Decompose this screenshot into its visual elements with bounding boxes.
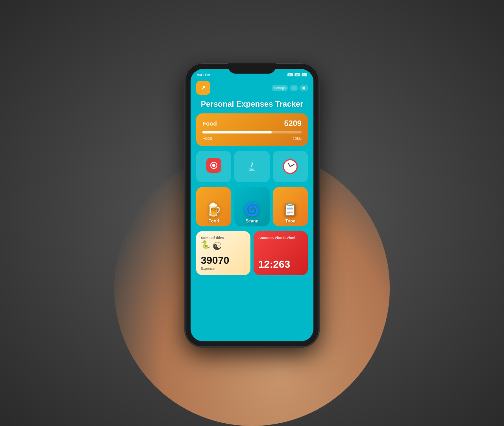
progress-footer-right: Total <box>293 136 302 141</box>
amount-card-title: Amounts Vitoria Vioni <box>258 236 303 240</box>
progress-card[interactable]: Food 5209 Food Total <box>196 113 308 146</box>
progress-track <box>202 131 302 133</box>
header-actions: Settings ⊕ ▣ <box>272 85 308 91</box>
target-icon <box>206 158 221 173</box>
scan-icon: 🌀 <box>244 202 260 217</box>
scan-app-card[interactable]: 🌀 Scann <box>234 187 269 226</box>
scan-card-label: Scann <box>245 219 258 223</box>
stat-card-target[interactable] <box>196 151 231 182</box>
apps-grid: 🍺 Food 🌀 Scann 📋 Tooa <box>196 187 308 226</box>
tools-icon: 📋 <box>282 202 298 217</box>
stat-card-count[interactable]: 7 391 <box>234 151 269 182</box>
expand-button[interactable]: ⊕ <box>290 85 298 91</box>
progress-footer-left: Food <box>202 136 212 141</box>
food-card-label: Food <box>208 219 219 223</box>
misc-card-icons: 🐍 ☯ <box>201 240 246 253</box>
wifi-icon: W <box>295 73 300 76</box>
bottom-row: Some of titles 🐍 ☯ 39070 Expense Amounts… <box>196 231 308 275</box>
clock-icon <box>283 159 298 174</box>
svg-point-1 <box>212 164 215 167</box>
app-logo[interactable] <box>196 81 210 95</box>
clock-hand-minute <box>290 164 295 167</box>
misc-card-value: 39070 <box>201 254 246 267</box>
status-time: 9:41 PM <box>197 73 210 77</box>
misc-card-title: Some of titles <box>201 236 246 240</box>
food-app-card[interactable]: 🍺 Food <box>196 187 231 226</box>
progress-fill <box>202 131 272 133</box>
misc-bottom-card[interactable]: Some of titles 🐍 ☯ 39070 Expense <box>196 231 250 275</box>
app-header: Settings ⊕ ▣ <box>191 78 313 98</box>
stats-grid: 7 391 <box>196 151 308 182</box>
battery-icon: B <box>302 73 307 76</box>
settings-button[interactable]: Settings <box>272 85 288 91</box>
progress-value: 5209 <box>284 119 302 128</box>
progress-label: Food <box>202 120 217 127</box>
settings-icon: S <box>287 73 293 76</box>
layout-button[interactable]: ▣ <box>300 85 308 91</box>
yin-yang-icon: ☯ <box>212 240 222 253</box>
phone-device: 9:41 PM S W B Settings ⊕ ▣ <box>185 63 319 347</box>
tools-card-label: Tooa <box>285 219 295 223</box>
snake-icon: 🐍 <box>201 240 211 253</box>
stat-card-clock[interactable] <box>273 151 308 182</box>
scene: 9:41 PM S W B Settings ⊕ ▣ <box>0 0 504 426</box>
phone-notch <box>228 63 276 74</box>
phone-wrapper: 9:41 PM S W B Settings ⊕ ▣ <box>185 63 319 347</box>
phone-screen: 9:41 PM S W B Settings ⊕ ▣ <box>191 69 313 341</box>
amount-bottom-card[interactable]: Amounts Vitoria Vioni 12:263 <box>254 231 308 275</box>
tools-app-card[interactable]: 📋 Tooa <box>273 187 308 226</box>
stat-sub-391: 391 <box>249 168 255 172</box>
status-icons: S W B <box>287 73 307 76</box>
food-icon: 🍺 <box>206 202 222 217</box>
misc-card-sub: Expense <box>201 267 246 270</box>
stat-number-7: 7 <box>250 161 254 168</box>
amount-card-value: 12:263 <box>258 258 303 270</box>
page-title: Personal Expenses Tracker <box>191 98 313 113</box>
